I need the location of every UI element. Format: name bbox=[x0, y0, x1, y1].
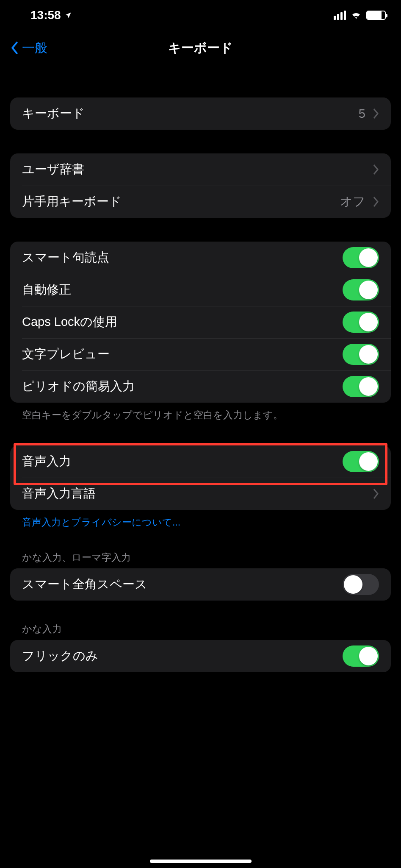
row-caps-lock: Caps Lockの使用 bbox=[10, 306, 391, 338]
row-character-preview: 文字プレビュー bbox=[10, 338, 391, 370]
group-kana-roman: スマート全角スペース bbox=[10, 568, 391, 601]
chevron-right-icon bbox=[372, 108, 379, 119]
row-auto-correction-label: 自動修正 bbox=[22, 281, 71, 298]
row-flick-only-label: フリックのみ bbox=[22, 648, 98, 665]
row-period-shortcut: ピリオドの簡易入力 bbox=[10, 370, 391, 403]
row-character-preview-label: 文字プレビュー bbox=[22, 346, 110, 363]
row-dictation-languages-label: 音声入力言語 bbox=[22, 485, 96, 502]
row-one-handed-value: オフ bbox=[340, 193, 365, 210]
group-typing-options: スマート句読点 自動修正 Caps Lockの使用 文字プレビュー ピリオドの簡… bbox=[10, 242, 391, 403]
toggle-dictation[interactable] bbox=[343, 451, 379, 472]
status-time: 13:58 bbox=[30, 8, 61, 22]
group-kana: フリックのみ bbox=[10, 640, 391, 672]
row-dictation-languages[interactable]: 音声入力言語 bbox=[10, 478, 391, 510]
toggle-flick-only[interactable] bbox=[343, 645, 379, 667]
home-indicator[interactable] bbox=[150, 860, 252, 863]
row-dictation-label: 音声入力 bbox=[22, 453, 71, 470]
row-user-dictionary[interactable]: ユーザ辞書 bbox=[10, 153, 391, 186]
back-label: 一般 bbox=[22, 39, 47, 57]
chevron-right-icon bbox=[372, 164, 379, 175]
row-user-dictionary-label: ユーザ辞書 bbox=[22, 161, 84, 178]
cellular-icon bbox=[334, 11, 346, 20]
footer-period-shortcut: 空白キーをダブルタップでピリオドと空白を入力します。 bbox=[10, 403, 391, 422]
row-flick-only: フリックのみ bbox=[10, 640, 391, 672]
row-auto-correction: 自動修正 bbox=[10, 274, 391, 306]
row-dictation: 音声入力 bbox=[10, 445, 391, 478]
row-smart-punctuation-label: スマート句読点 bbox=[22, 249, 109, 266]
row-smart-fullwidth-space-label: スマート全角スペース bbox=[22, 576, 147, 593]
back-button[interactable]: 一般 bbox=[10, 39, 47, 57]
nav-bar: 一般 キーボード bbox=[0, 29, 401, 67]
row-caps-lock-label: Caps Lockの使用 bbox=[22, 314, 117, 331]
header-kana: かな入力 bbox=[10, 623, 391, 640]
link-dictation-privacy[interactable]: 音声入力とプライバシーについて... bbox=[10, 510, 391, 529]
status-right bbox=[334, 11, 386, 20]
location-icon bbox=[64, 11, 72, 20]
row-keyboards[interactable]: キーボード 5 bbox=[10, 97, 391, 130]
toggle-character-preview[interactable] bbox=[343, 344, 379, 365]
group-dictation: 音声入力 音声入力言語 bbox=[10, 445, 391, 510]
battery-icon bbox=[366, 11, 386, 20]
chevron-left-icon bbox=[10, 42, 19, 54]
toggle-smart-punctuation[interactable] bbox=[343, 247, 379, 268]
row-keyboards-label: キーボード bbox=[22, 105, 85, 122]
wifi-icon bbox=[350, 11, 362, 20]
row-period-shortcut-label: ピリオドの簡易入力 bbox=[22, 378, 135, 395]
group-text-replacement: ユーザ辞書 片手用キーボード オフ bbox=[10, 153, 391, 218]
page-title: キーボード bbox=[168, 39, 233, 57]
toggle-auto-correction[interactable] bbox=[343, 279, 379, 300]
chevron-right-icon bbox=[372, 196, 379, 207]
header-kana-roman: かな入力、ローマ字入力 bbox=[10, 551, 391, 568]
toggle-period-shortcut[interactable] bbox=[343, 376, 379, 397]
chevron-right-icon bbox=[372, 488, 379, 499]
status-left: 13:58 bbox=[30, 8, 72, 22]
row-smart-punctuation: スマート句読点 bbox=[10, 242, 391, 274]
row-one-handed-label: 片手用キーボード bbox=[22, 193, 122, 210]
row-smart-fullwidth-space: スマート全角スペース bbox=[10, 568, 391, 601]
row-one-handed-keyboard[interactable]: 片手用キーボード オフ bbox=[10, 186, 391, 218]
row-keyboards-count: 5 bbox=[359, 107, 365, 121]
group-keyboards: キーボード 5 bbox=[10, 97, 391, 130]
toggle-caps-lock[interactable] bbox=[343, 312, 379, 333]
status-bar: 13:58 bbox=[0, 0, 401, 29]
toggle-smart-fullwidth-space[interactable] bbox=[343, 574, 379, 595]
